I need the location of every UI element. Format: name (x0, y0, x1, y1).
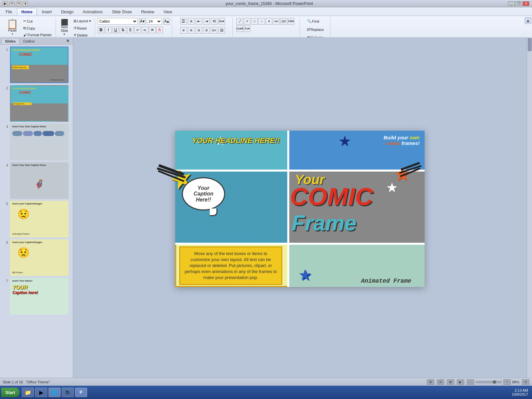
convert-smartart-button[interactable]: SA (211, 27, 217, 34)
tab-slideshow[interactable]: Slide Show (107, 8, 136, 16)
fit-window-button[interactable]: ⊡ (522, 379, 529, 385)
cut-button[interactable]: ✂ Cut (22, 18, 54, 24)
find-button[interactable]: 🔍 Find (305, 18, 321, 24)
slide-thumb-1[interactable]: 1 YOUR HEADLINE HERE!! COMIC Move any of… (3, 47, 70, 83)
paste-arrow[interactable]: ▾ (12, 32, 13, 36)
slide-thumb-7[interactable]: 7 Insert Your Ideas!! YOUR Caption here! (3, 278, 70, 315)
align-center-button[interactable]: ≡ (188, 27, 195, 34)
titlebar-quick-access[interactable]: ▶ ↶ ↷ ▾ (3, 1, 28, 6)
taskbar-folder[interactable]: 📁 (22, 388, 34, 397)
outline-tab[interactable]: Outline (19, 38, 38, 44)
taskbar-ppt[interactable]: P (75, 388, 87, 397)
scrollbar-vertical[interactable] (527, 37, 532, 386)
columns-button[interactable]: ⊟ (218, 27, 225, 34)
shadow-button[interactable]: S (127, 27, 134, 33)
shape-outline-button[interactable]: Out▾ (236, 25, 243, 32)
numbered-list-button[interactable]: ≡ (188, 18, 195, 25)
tab-file[interactable]: File (1, 8, 16, 16)
slide-thumb-4[interactable]: 4 Insert Your Own Caption Items 🦸 (3, 162, 70, 199)
headline-container[interactable]: YOUR HEADLINE HERE!! (192, 137, 280, 145)
scrollbar-thumb-vertical[interactable] (528, 38, 532, 51)
strikethrough-button[interactable]: S̶ (120, 27, 126, 33)
zoom-slider[interactable] (475, 381, 502, 383)
slide-preview-6[interactable]: Insert your Caption/Images 😟 Bill Frame (10, 239, 68, 276)
slides-panel-close[interactable]: ✕ (64, 38, 71, 44)
zoom-thumb[interactable] (493, 380, 496, 384)
underline-button[interactable]: U (112, 27, 119, 33)
quick-styles-button[interactable]: QS (280, 18, 287, 25)
new-slide-button[interactable]: ⬛ NewSlide ▾ (59, 18, 70, 37)
justify-button[interactable]: ≡ (203, 27, 210, 34)
shape-more[interactable]: ▾ (266, 18, 272, 25)
replace-button[interactable]: ⇄ Replace (305, 26, 326, 33)
customize-button[interactable]: ▾ (23, 1, 28, 6)
yellow-info-box[interactable]: Move any of the text boxes or items to c… (179, 246, 282, 285)
shape-effects-button[interactable]: Fx▾ (244, 25, 250, 32)
text-direction-button[interactable]: ⟲ (211, 18, 217, 25)
shape-fill-button[interactable]: Fill▾ (288, 18, 294, 25)
undo-button[interactable]: ↶ (9, 1, 15, 6)
tab-home[interactable]: Home (17, 8, 37, 16)
shape-rect[interactable]: □ (251, 18, 258, 25)
window-controls[interactable]: _ ❐ ✕ (508, 1, 529, 6)
slideshow-button[interactable]: ▶ (457, 379, 464, 385)
minimize-button[interactable]: _ (508, 1, 515, 6)
start-button[interactable]: Start (1, 388, 19, 397)
tab-animations[interactable]: Animations (78, 8, 107, 16)
text-direction-dropdown[interactable]: Dir▾ (218, 18, 225, 25)
taskbar-media[interactable]: ▶ (35, 388, 47, 397)
font-size-select[interactable]: 24 (147, 18, 162, 25)
clear-format-button[interactable]: ✕ (149, 27, 156, 33)
bullet-list-button[interactable]: ☰ (180, 18, 187, 25)
slide-preview-2[interactable]: YOUR HEADLINE HERE!! COMIC Change the... (10, 85, 68, 122)
slide-thumb-6[interactable]: 6 Insert your Caption/Images 😟 Bill Fram… (3, 239, 70, 276)
speech-bubble[interactable]: YourCaptionHere!! (182, 177, 225, 210)
increase-indent-button[interactable]: ⇥ (203, 18, 210, 25)
slide-preview-5[interactable]: Insert your Caption/Images 😟 Animated Fr… (10, 201, 68, 237)
italic-button[interactable]: I (105, 27, 112, 33)
taskbar-refresh[interactable]: ↻ (62, 388, 74, 397)
shape-line[interactable]: ╱ (236, 18, 243, 25)
slides-tab[interactable]: Slides (1, 38, 19, 44)
slide-thumb-5[interactable]: 5 Insert your Caption/Images 😟 Animated … (3, 201, 70, 237)
close-button[interactable]: ✕ (523, 1, 529, 6)
subscript-button[interactable]: x₂ (142, 27, 148, 33)
slide-preview-1[interactable]: YOUR HEADLINE HERE!! COMIC Move any of..… (10, 47, 68, 83)
slide-thumb-2[interactable]: 2 YOUR HEADLINE HERE!! COMIC Change the.… (3, 85, 70, 122)
font-size-increase[interactable]: A▴ (163, 18, 170, 25)
tab-review[interactable]: Review (137, 8, 158, 16)
frame-text[interactable]: Frame (292, 210, 356, 235)
comic-text[interactable]: COMIC (290, 182, 373, 211)
new-slide-arrow[interactable]: ▾ (64, 33, 65, 36)
copy-button[interactable]: ⧉ Copy (22, 25, 54, 31)
reset-button[interactable]: ↺ Reset (72, 25, 93, 31)
zoom-out-button[interactable]: − (467, 379, 474, 385)
tr-text-container[interactable]: Build your own comic frames! (384, 135, 420, 146)
align-right-button[interactable]: ≡ (196, 27, 202, 34)
slide-sorter-button[interactable]: ⊟ (437, 379, 444, 385)
slide-thumb-3[interactable]: 3 Insert Your Own Caption Items (3, 124, 70, 160)
slide-preview-7[interactable]: Insert Your Ideas!! YOUR Caption here! (10, 278, 68, 315)
taskbar-chrome[interactable]: 🌐 (49, 388, 61, 397)
font-color-button[interactable]: A (156, 27, 163, 33)
shape-arrow[interactable]: ↗ (244, 18, 250, 25)
tab-view[interactable]: View (159, 8, 177, 16)
decrease-indent-button[interactable]: ⇤ (196, 18, 202, 25)
font-size-decrease[interactable]: A▾ (139, 18, 146, 25)
restore-button[interactable]: ❐ (515, 1, 522, 6)
ribbon-collapse-button[interactable]: ▲ (525, 17, 531, 24)
zoom-in-button[interactable]: + (503, 379, 511, 385)
superscript-button[interactable]: x² (134, 27, 141, 33)
redo-button[interactable]: ↷ (16, 1, 21, 6)
normal-view-button[interactable]: ⊞ (427, 379, 434, 385)
tab-insert[interactable]: Insert (38, 8, 56, 16)
shape-circle[interactable]: ○ (258, 18, 265, 25)
font-name-select[interactable]: Calibri (98, 18, 138, 25)
layout-button[interactable]: ⊞ Layout ▾ (72, 18, 93, 24)
bold-button[interactable]: B (98, 27, 104, 33)
paste-button[interactable]: 📋 Paste ▾ (5, 18, 20, 37)
reading-view-button[interactable]: ⊠ (447, 379, 454, 385)
slide-preview-3[interactable]: Insert Your Own Caption Items (10, 124, 68, 160)
animated-frame-label[interactable]: Animated Frame (361, 278, 411, 284)
tab-design[interactable]: Design (57, 8, 78, 16)
